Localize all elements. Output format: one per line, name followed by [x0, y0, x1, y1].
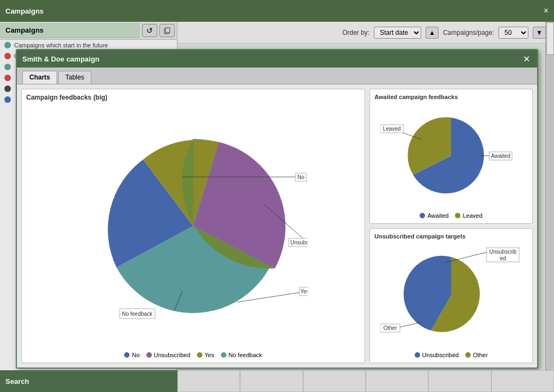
legend-label: No feedback: [229, 352, 262, 358]
scrollbar-thumb[interactable]: [546, 22, 554, 55]
big-chart-area: No feedback No Unsubscribed Yes: [26, 103, 360, 348]
legend-item-leaved: Leaved: [455, 212, 482, 219]
legend-dot: [420, 213, 425, 218]
grid-cell: [491, 370, 554, 392]
unsubscribed-pie-chart: Other Unsubscrib ed: [380, 246, 522, 344]
modal-dialog: Smith & Doe campaign ✕ Charts Tables Cam…: [16, 49, 538, 369]
modal-content: Campaign feedbacks (big): [17, 84, 537, 367]
modal-close-button[interactable]: ✕: [521, 53, 532, 64]
unsubscribed-chart-panel: Unsubscribed campaign targets Other: [370, 228, 533, 363]
status-dot: [4, 96, 11, 103]
svg-text:No feedback: No feedback: [122, 311, 153, 317]
awaited-chart-panel: Awaited campaign feedbacks Leaved: [370, 89, 533, 224]
status-dot: [4, 42, 11, 48]
order-direction-button[interactable]: ▲: [426, 27, 439, 39]
svg-rect-1: [165, 28, 170, 33]
svg-text:Awaited: Awaited: [491, 153, 510, 159]
awaited-pie-chart: Leaved Awaited: [380, 107, 522, 205]
legend-label: Other: [473, 352, 488, 358]
status-dot: [4, 75, 11, 81]
legend-item-other: Other: [465, 352, 488, 358]
awaited-legend: Awaited Leaved: [374, 209, 528, 219]
big-chart-legend: No Unsubscribed Yes No feedback: [26, 348, 360, 358]
legend-dot: [465, 352, 471, 358]
legend-dot: [221, 352, 226, 358]
legend-dot: [197, 352, 202, 358]
campaigns-per-page-select[interactable]: 50 25 100: [498, 27, 528, 39]
big-pie-chart: No feedback No Unsubscribed Yes: [79, 117, 307, 335]
bottom-grid: [177, 370, 554, 392]
legend-label: Leaved: [463, 212, 482, 219]
big-chart-panel: Campaign feedbacks (big): [21, 89, 365, 363]
legend-item-yes: Yes: [197, 352, 214, 358]
right-charts-column: Awaited campaign feedbacks Leaved: [370, 89, 533, 363]
unsubscribed-legend: Unsubscribed Other: [374, 348, 528, 358]
item-label: Campaigns which start in the future: [14, 42, 108, 48]
legend-item-nofeedback: No feedback: [221, 352, 262, 358]
legend-label: Unsubscribed: [422, 352, 459, 358]
legend-label: No: [132, 352, 139, 358]
campaigns-header: Campaigns: [0, 23, 140, 38]
awaited-chart-area: Leaved Awaited: [374, 102, 528, 209]
legend-dot: [146, 352, 152, 358]
modal-titlebar: Smith & Doe campaign ✕: [17, 50, 537, 68]
legend-item-unsubscribed2: Unsubscribed: [415, 352, 459, 358]
modal-tabs: Charts Tables: [17, 68, 537, 84]
copy-icon: [163, 27, 171, 34]
status-dot: [4, 53, 11, 59]
status-dot: [4, 64, 11, 70]
grid-cell: [240, 370, 303, 392]
tab-charts[interactable]: Charts: [22, 71, 57, 84]
app-close-button[interactable]: ×: [544, 6, 549, 16]
grid-cell: [177, 370, 240, 392]
grid-cell: [303, 370, 366, 392]
svg-text:Unsubscribed: Unsubscribed: [290, 240, 307, 246]
svg-line-23: [446, 252, 489, 262]
campaigns-per-page-label: Campaigns/page:: [443, 29, 494, 36]
toolbar: ↺: [140, 22, 177, 39]
legend-item-awaited: Awaited: [420, 212, 448, 219]
svg-text:Other: Other: [383, 325, 397, 331]
legend-dot: [455, 213, 460, 218]
legend-label: Awaited: [427, 212, 448, 219]
legend-dot: [415, 352, 420, 358]
grid-cell: [428, 370, 491, 392]
tab-tables[interactable]: Tables: [58, 71, 91, 84]
legend-label: Unsubscribed: [154, 352, 190, 358]
svg-text:Leaved: Leaved: [383, 126, 401, 132]
app-title: Campaigns: [5, 7, 44, 15]
search-bar: Search: [0, 370, 177, 392]
svg-line-20: [397, 322, 421, 328]
refresh-button[interactable]: ↺: [142, 24, 157, 37]
top-bar: Campaigns ×: [0, 0, 554, 22]
order-by-select[interactable]: Start date Name End date: [374, 27, 421, 39]
order-bar: Order by: Start date Name End date ▲ Cam…: [177, 22, 554, 44]
legend-dot: [124, 352, 130, 358]
svg-text:ed: ed: [500, 255, 506, 261]
svg-text:No: No: [298, 174, 305, 180]
legend-label: Yes: [205, 352, 214, 358]
search-label: Search: [5, 377, 29, 385]
awaited-chart-title: Awaited campaign feedbacks: [374, 94, 528, 100]
unsubscribed-chart-title: Unsubscribed campaign targets: [374, 233, 528, 240]
per-page-dropdown-button[interactable]: ▼: [533, 27, 546, 39]
legend-item-no: No: [124, 352, 139, 358]
big-chart-title: Campaign feedbacks (big): [26, 94, 360, 101]
svg-text:Unsubscrib: Unsubscrib: [489, 249, 516, 255]
grid-cell: [366, 370, 428, 392]
legend-item-unsubscribed: Unsubscribed: [146, 352, 190, 358]
copy-button[interactable]: [159, 24, 175, 37]
scrollbar[interactable]: [545, 22, 554, 370]
unsubscribed-chart-area: Other Unsubscrib ed: [374, 242, 528, 348]
order-by-label: Order by:: [342, 29, 370, 36]
svg-text:Yes: Yes: [300, 289, 307, 295]
modal-title: Smith & Doe campaign: [22, 55, 100, 63]
modal-overlay: Smith & Doe campaign ✕ Charts Tables Cam…: [0, 22, 554, 392]
status-dot: [4, 85, 11, 92]
